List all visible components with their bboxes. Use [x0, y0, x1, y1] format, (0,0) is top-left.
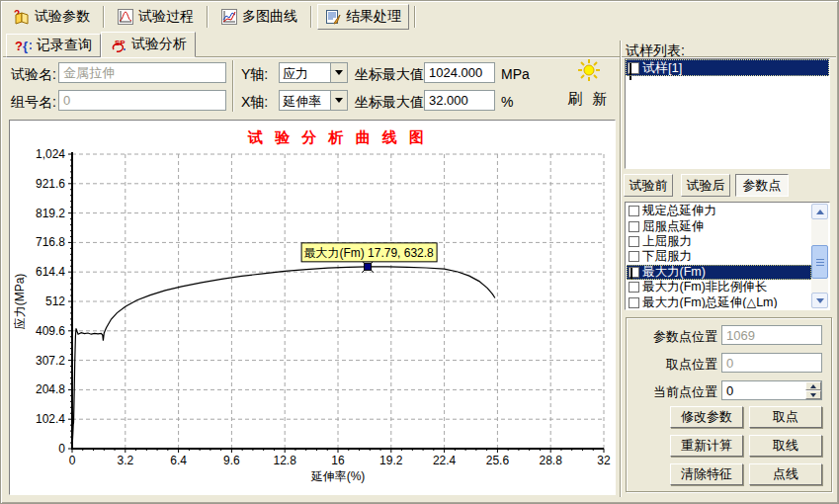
- param-point-item[interactable]: 最大力(Fm): [627, 265, 811, 280]
- y-axis-selected-value: 应力: [280, 63, 330, 82]
- toolbar-button-test-params[interactable]: ?试验参数: [5, 4, 98, 30]
- y-tick-label: 921.6: [36, 177, 65, 191]
- checkbox-unchecked[interactable]: [629, 282, 639, 293]
- arrow-down-icon: [816, 298, 824, 303]
- tab-record-query[interactable]: ?{记录查询: [6, 34, 101, 57]
- spinner-down-button[interactable]: [805, 390, 821, 399]
- checkbox-unchecked[interactable]: [629, 251, 639, 262]
- test-name-input[interactable]: [58, 62, 226, 83]
- param-item-label: 上屈服力: [642, 234, 692, 249]
- scroll-thumb[interactable]: [811, 245, 828, 279]
- checkbox-checked[interactable]: [629, 267, 639, 278]
- arrow-up-icon: [816, 210, 824, 214]
- modify-params-button[interactable]: 修改参数: [670, 406, 743, 428]
- pick-position-label: 取点位置: [629, 356, 717, 374]
- checkbox-unchecked[interactable]: [629, 221, 639, 232]
- chart-title: 试 验 分 析 曲 线 图: [247, 128, 428, 145]
- toolbar-button-multi-curves[interactable]: 多图曲线: [213, 4, 305, 30]
- recalculate-button[interactable]: 重新计算: [670, 435, 743, 457]
- point-position-label: 参数点位置: [629, 328, 717, 346]
- pick-line-button[interactable]: 取线: [749, 435, 822, 457]
- svg-text:SP: SP: [115, 39, 126, 47]
- param-item-label: 最大力(Fm)非比例伸长: [642, 280, 767, 294]
- y-tick-label: 307.2: [36, 354, 65, 368]
- x-axis-select[interactable]: 延伸率: [279, 90, 348, 111]
- scrollbar[interactable]: [811, 204, 828, 308]
- toolbar-button-test-process[interactable]: 试验过程: [110, 4, 202, 30]
- group-name-input[interactable]: [58, 90, 226, 111]
- toolbar-separator: [414, 6, 416, 28]
- sample-list[interactable]: 试样[1]: [625, 58, 830, 169]
- toolbar-separator: [207, 6, 209, 28]
- y-unit-label: MPa: [501, 66, 530, 82]
- param-item-label: 最大力(Fm)总延伸(△Lm): [642, 294, 778, 308]
- toolbar-button-label: 试验过程: [138, 8, 194, 26]
- group-name-label: 组号名:: [11, 94, 56, 112]
- current-position-stepper[interactable]: [805, 381, 821, 399]
- y-coord-max-input[interactable]: [424, 62, 495, 83]
- toolbar-button-label: 多图曲线: [242, 8, 297, 26]
- form-separator: [232, 60, 234, 112]
- sample-list-item[interactable]: 试样[1]: [626, 59, 829, 76]
- pick-point-button[interactable]: 取点: [749, 406, 822, 428]
- point-position-input: [721, 325, 822, 345]
- refresh-button[interactable]: 刷 新: [560, 58, 618, 112]
- toolbar-separator: [310, 6, 312, 28]
- x-tick-label: 6.4: [170, 454, 187, 467]
- max-force-tooltip-label: 最大力(Fm) 17.79, 632.8: [303, 246, 434, 260]
- param-item-label: 规定总延伸力: [642, 204, 716, 218]
- sample-item-label: 试样[1]: [642, 59, 682, 77]
- y-coord-max-label: 坐标最大值: [355, 66, 424, 84]
- param-point-item[interactable]: 上屈服力: [627, 234, 811, 249]
- checkbox-unchecked[interactable]: [629, 206, 639, 216]
- x-coord-max-input[interactable]: [424, 90, 495, 111]
- param-tab-after-test[interactable]: 试验后: [681, 174, 730, 197]
- point-line-button[interactable]: 点线: [749, 463, 822, 485]
- toolbar-button-result-processing[interactable]: 结果处理: [317, 4, 409, 30]
- max-force-marker: [365, 263, 372, 270]
- param-point-item[interactable]: 最大力(Fm)总延伸(△Lm): [627, 294, 811, 308]
- y-tick-label: 614.4: [36, 265, 65, 279]
- scroll-up-button[interactable]: [811, 204, 828, 219]
- x-tick-label: 22.4: [433, 454, 457, 467]
- y-axis-select[interactable]: 应力: [279, 62, 348, 83]
- query-icon: ?{: [15, 38, 33, 53]
- param-point-item[interactable]: 下屈服力: [627, 249, 811, 264]
- x-axis-selected-value: 延伸率: [280, 91, 330, 110]
- chart-panel[interactable]: 03.26.49.612.81619.222.425.628.8321,0249…: [9, 120, 616, 495]
- param-point-item[interactable]: 屈服点延伸: [627, 218, 811, 233]
- x-unit-label: %: [501, 94, 513, 110]
- analysis-curve-chart[interactable]: 03.26.49.612.81619.222.425.628.8321,0249…: [10, 121, 615, 494]
- check-icon: [630, 268, 632, 280]
- param-point-item[interactable]: 最大力(Fm)非比例伸长: [627, 280, 811, 294]
- y-tick-label: 0: [58, 442, 65, 456]
- y-tick-label: 204.8: [36, 382, 65, 396]
- checkbox-unchecked[interactable]: [629, 297, 639, 308]
- x-tick-label: 28.8: [540, 454, 563, 467]
- param-tab-param-points[interactable]: 参数点: [735, 174, 789, 197]
- chevron-down-icon[interactable]: [330, 63, 347, 82]
- tab-label: 记录查询: [37, 37, 92, 54]
- sun-icon: [577, 68, 601, 85]
- checkbox-unchecked[interactable]: [629, 236, 639, 247]
- clear-features-button[interactable]: 清除特征: [670, 463, 743, 485]
- x-axis-label: X轴:: [241, 94, 268, 112]
- test-name-label: 试验名:: [11, 66, 56, 84]
- arrow-up-icon: [810, 384, 816, 388]
- curve-chart-icon: [118, 9, 133, 25]
- y-axis-label: Y轴:: [241, 66, 268, 84]
- param-tab-before-test[interactable]: 试验前: [624, 174, 673, 197]
- checkbox-checked[interactable]: [628, 62, 639, 74]
- param-item-label: 下屈服力: [642, 249, 692, 264]
- param-point-items: 规定总延伸力屈服点延伸上屈服力下屈服力最大力(Fm)最大力(Fm)非比例伸长最大…: [627, 204, 811, 308]
- scroll-down-button[interactable]: [811, 293, 828, 308]
- x-tick-label: 0: [69, 454, 76, 467]
- app-window: ?试验参数试验过程多图曲线结果处理 ?{记录查询SP试验分析 试验名: 组号名:…: [0, 0, 839, 504]
- param-point-list[interactable]: 规定总延伸力屈服点延伸上屈服力下屈服力最大力(Fm)最大力(Fm)非比例伸长最大…: [625, 202, 830, 310]
- param-point-item[interactable]: 规定总延伸力: [627, 204, 811, 218]
- chevron-down-icon[interactable]: [330, 91, 347, 110]
- notepad-icon: [325, 9, 341, 25]
- tab-test-analysis[interactable]: SP试验分析: [101, 32, 196, 57]
- y-tick-label: 409.6: [36, 324, 65, 338]
- spinner-up-button[interactable]: [805, 381, 821, 390]
